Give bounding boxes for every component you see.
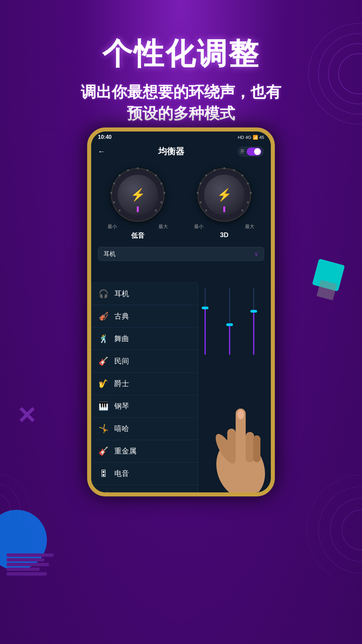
eq-bar-7[interactable] bbox=[253, 268, 254, 355]
menu-label-dance: 舞曲 bbox=[114, 334, 129, 344]
app-title: 均衡器 bbox=[158, 146, 184, 157]
signal-icon2: 📶 bbox=[253, 135, 258, 140]
hiphop-icon: 🤸 bbox=[98, 424, 109, 433]
battery-icon: 45 bbox=[259, 135, 264, 140]
svg-rect-41 bbox=[253, 435, 260, 462]
menu-label-electronic: 电音 bbox=[114, 469, 129, 479]
svg-point-32 bbox=[205, 174, 207, 176]
preset-text: 耳机 bbox=[104, 250, 116, 258]
back-button[interactable]: ← bbox=[98, 147, 105, 156]
piano-icon: 🎹 bbox=[98, 401, 109, 411]
sub-title-line2: 预设的多种模式 bbox=[127, 105, 235, 122]
svg-point-23 bbox=[119, 210, 121, 212]
power-toggle[interactable]: 开 bbox=[237, 146, 264, 157]
toggle-pill bbox=[247, 148, 261, 156]
svg-point-26 bbox=[241, 174, 243, 176]
eq-fill-5 bbox=[204, 308, 206, 355]
dance-icon: 🕺 bbox=[98, 334, 109, 343]
svg-point-17 bbox=[155, 210, 157, 212]
svg-point-27 bbox=[247, 182, 249, 184]
menu-label-heavymetal: 重金属 bbox=[114, 446, 136, 456]
menu-item-heavymetal[interactable]: 🎸 重金属 bbox=[92, 440, 198, 463]
menu-item-electronic[interactable]: 🎛 电音 bbox=[92, 463, 198, 485]
eq-fill-7 bbox=[253, 311, 254, 355]
bass-knob[interactable]: ⚡ bbox=[111, 168, 165, 222]
bass-max-label: 最大 bbox=[159, 224, 168, 230]
svg-point-36 bbox=[205, 210, 207, 212]
menu-item-hiphop[interactable]: 🤸 嘻哈 bbox=[92, 418, 198, 440]
knobs-section: ⚡ 最小 最大 低音 bbox=[91, 161, 271, 244]
svg-point-22 bbox=[113, 201, 115, 203]
svg-point-31 bbox=[214, 169, 216, 171]
preset-dropdown[interactable]: 耳机 ∨ bbox=[98, 247, 264, 261]
menu-item-folk[interactable]: 🎸 民间 bbox=[92, 350, 198, 373]
bass-knob-inner: ⚡ bbox=[118, 175, 158, 215]
hand-gesture-overlay bbox=[187, 375, 271, 492]
bass-label: 低音 bbox=[131, 231, 144, 240]
svg-point-24 bbox=[223, 167, 225, 169]
menu-item-dance[interactable]: 🕺 舞曲 bbox=[92, 328, 198, 350]
eq-handle-6[interactable] bbox=[226, 323, 233, 326]
menu-label-jazz: 爵士 bbox=[114, 379, 129, 389]
toggle-label: 开 bbox=[240, 149, 245, 155]
menu-label-hiphop: 嘻哈 bbox=[114, 424, 129, 434]
folk-icon: 🎸 bbox=[98, 357, 109, 366]
eq-bar-5[interactable] bbox=[204, 268, 206, 355]
preset-menu-dropdown: 🎧 耳机 🎻 古典 🕺 舞曲 🎸 民间 🎷 爵士 🎹 钢琴 bbox=[91, 282, 198, 492]
svg-point-7 bbox=[307, 475, 362, 577]
svg-point-13 bbox=[155, 174, 157, 176]
electronic-icon: 🎛 bbox=[98, 469, 109, 478]
svg-point-33 bbox=[200, 182, 202, 184]
deco-x-mark: ✕ bbox=[17, 402, 37, 429]
toggle-knob bbox=[254, 148, 261, 155]
svg-point-20 bbox=[113, 182, 115, 184]
signal-icon: 4G bbox=[245, 135, 251, 140]
eq-bar-6[interactable] bbox=[229, 268, 230, 355]
bass-knob-container: ⚡ 最小 最大 低音 bbox=[108, 168, 168, 240]
svg-point-18 bbox=[127, 169, 129, 171]
status-icons: HD 4G 📶 45 bbox=[238, 135, 264, 140]
svg-point-11 bbox=[137, 167, 139, 169]
sub-title-line1: 调出你最想要的环绕声，也有 bbox=[81, 83, 281, 101]
eq-handle-7[interactable] bbox=[250, 310, 257, 313]
sub-title: 调出你最想要的环绕声，也有 预设的多种模式 bbox=[0, 81, 362, 124]
svg-point-19 bbox=[119, 174, 121, 176]
svg-point-6 bbox=[318, 486, 362, 574]
menu-item-jazz[interactable]: 🎷 爵士 bbox=[92, 373, 198, 395]
svg-point-14 bbox=[161, 182, 163, 184]
menu-label-folk: 民间 bbox=[114, 356, 129, 366]
svg-point-28 bbox=[250, 192, 252, 194]
3d-knob-indicator bbox=[223, 206, 225, 212]
latin-icon: 🥁 bbox=[98, 491, 109, 492]
svg-point-21 bbox=[110, 192, 112, 194]
3d-knob[interactable]: ⚡ bbox=[197, 168, 251, 222]
svg-point-35 bbox=[200, 201, 202, 203]
bass-knob-labels: 最小 最大 bbox=[108, 224, 168, 230]
eq-track-6 bbox=[229, 288, 230, 355]
deco-stripes bbox=[7, 553, 54, 594]
main-title: 个性化调整 bbox=[0, 34, 362, 74]
chevron-down-icon: ∨ bbox=[254, 250, 258, 258]
bass-min-label: 最小 bbox=[108, 224, 117, 230]
3d-label: 3D bbox=[220, 231, 229, 239]
jazz-icon: 🎷 bbox=[98, 379, 109, 388]
3d-max-label: 最大 bbox=[245, 224, 254, 230]
preset-area: 耳机 ∨ bbox=[91, 244, 271, 264]
svg-point-25 bbox=[233, 169, 235, 171]
heavymetal-icon: 🎸 bbox=[98, 446, 109, 456]
menu-item-earphone[interactable]: 🎧 耳机 bbox=[92, 283, 198, 305]
3d-knob-container: ⚡ 最小 最大 3D bbox=[194, 168, 254, 240]
top-section: 个性化调整 调出你最想要的环绕声，也有 预设的多种模式 bbox=[0, 34, 362, 124]
svg-point-30 bbox=[241, 210, 243, 212]
menu-label-latin: 拉丁 bbox=[114, 491, 129, 492]
eq-fill-6 bbox=[229, 325, 230, 355]
menu-item-latin[interactable]: 🥁 拉丁 bbox=[92, 485, 198, 492]
phone-mockup: 10:40 HD 4G 📶 45 ← 均衡器 开 bbox=[87, 127, 275, 496]
eq-handle-5[interactable] bbox=[202, 307, 208, 309]
menu-item-piano[interactable]: 🎹 钢琴 bbox=[92, 395, 198, 418]
earphone-icon: 🎧 bbox=[98, 289, 109, 299]
eq-track-5 bbox=[204, 288, 206, 355]
svg-point-34 bbox=[197, 192, 199, 194]
menu-label-piano: 钢琴 bbox=[114, 401, 129, 411]
menu-item-classic[interactable]: 🎻 古典 bbox=[92, 305, 198, 328]
